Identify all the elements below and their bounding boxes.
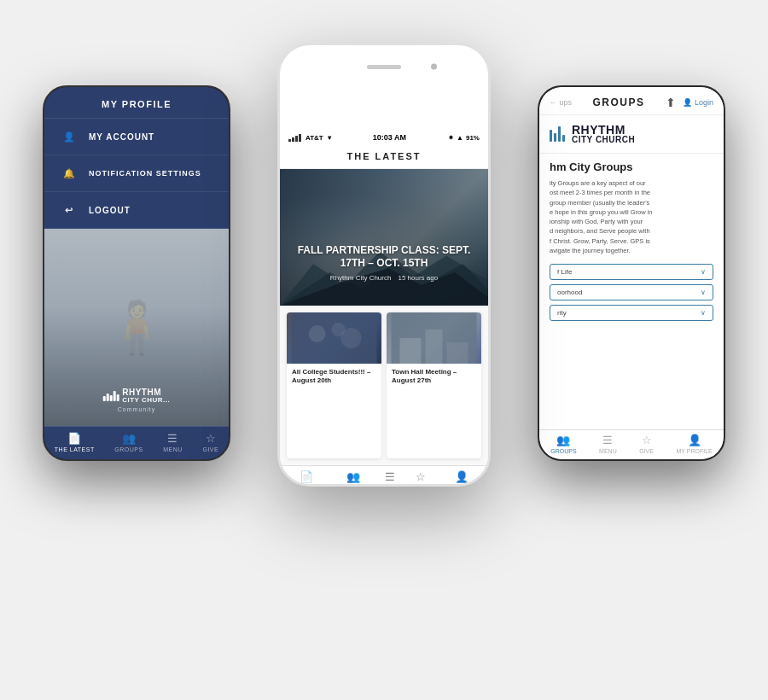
card-img-town <box>387 312 481 364</box>
chevron-down-icon: ∨ <box>701 268 706 276</box>
profile-background: 🧍 RHYTHM CITY CHUR... <box>44 229 229 426</box>
scene: MY PROFILE 👤 MY ACCOUNT 🔔 NOTIFICATION S… <box>17 17 751 683</box>
svg-rect-10 <box>447 342 468 364</box>
card-img-college <box>287 312 381 364</box>
right-groups-icon: 👥 <box>556 434 570 446</box>
phone-right: ← ups GROUPS ⬆ 👤 Login <box>538 85 725 461</box>
card-townhall[interactable]: Town Hall Meeting – August 27th <box>387 312 481 458</box>
notification-icon: 🔔 <box>61 166 77 181</box>
iphone-top <box>280 45 488 88</box>
right-logo-mark <box>550 126 565 142</box>
nav-latest[interactable]: 📄 THE LATEST <box>55 432 95 452</box>
menu-icon: ☰ <box>167 432 178 445</box>
center-nav-latest[interactable]: 📄 THE LATEST <box>287 470 327 487</box>
center-bottom-nav: 📄 THE LATEST 👥 GROUPS ☰ MENU ☆ GIVE 👤 <box>280 465 488 487</box>
menu-item-account[interactable]: 👤 MY ACCOUNT <box>44 119 229 155</box>
login-button[interactable]: 👤 Login <box>683 98 713 107</box>
center-profile-icon: 👤 <box>455 470 469 483</box>
right-bottom-nav: 👥 GROUPS ☰ MENU ☆ GIVE 👤 MY PROFILE <box>539 429 724 459</box>
right-header-title: GROUPS <box>592 96 644 108</box>
center-nav-groups[interactable]: 👥 GROUPS <box>339 470 367 487</box>
center-latest-icon: 📄 <box>300 470 314 483</box>
status-right: ⁕ ▲ 91% <box>448 134 480 142</box>
svg-point-4 <box>309 325 326 342</box>
right-header: ← ups GROUPS ⬆ 👤 Login <box>539 87 724 115</box>
svg-rect-9 <box>426 330 443 364</box>
svg-rect-3 <box>292 312 377 364</box>
hero-title: FALL PARTNERSHIP CLASS: SEPT. 17TH – OCT… <box>290 244 478 269</box>
left-header: MY PROFILE <box>44 87 229 119</box>
right-header-back: ← ups <box>550 98 572 107</box>
left-bottom-nav: 📄 THE LATEST 👥 GROUPS ☰ MENU ☆ GIVE <box>44 426 229 459</box>
speaker <box>367 65 401 69</box>
status-bar: AT&T ▾ 10:03 AM ⁕ ▲ 91% <box>280 131 488 144</box>
status-carrier: AT&T ▾ <box>288 134 331 142</box>
share-icon[interactable]: ⬆ <box>666 96 676 109</box>
groups-icon: 👥 <box>122 432 137 445</box>
right-section-text: ity Groups are a key aspect of our ost m… <box>550 178 713 255</box>
camera-icon <box>431 64 437 70</box>
card-townhall-title: Town Hall Meeting – August 27th <box>387 364 481 390</box>
battery-level: 91% <box>466 134 480 142</box>
status-time: 10:03 AM <box>373 133 406 142</box>
center-nav-give[interactable]: ☆ GIVE <box>412 470 428 487</box>
right-nav-menu[interactable]: ☰ MENU <box>599 434 617 454</box>
account-icon: 👤 <box>61 129 77 144</box>
nav-groups[interactable]: 👥 GROUPS <box>114 432 143 452</box>
svg-rect-8 <box>400 338 422 364</box>
logo-bars-icon <box>103 391 119 401</box>
center-cards: All College Students!!! – August 20th To… <box>280 306 488 465</box>
chevron-down-icon-3: ∨ <box>701 309 706 317</box>
hero-time: 15 hours ago <box>398 274 438 282</box>
center-groups-icon: 👥 <box>346 470 361 483</box>
phone-left: MY PROFILE 👤 MY ACCOUNT 🔔 NOTIFICATION S… <box>43 85 230 461</box>
right-give-icon: ☆ <box>642 434 652 446</box>
center-header: THE LATEST <box>280 144 488 169</box>
hero-image: FALL PARTNERSHIP CLASS: SEPT. 17TH – OCT… <box>280 169 488 306</box>
right-nav-groups[interactable]: 👥 GROUPS <box>550 434 576 454</box>
center-menu-icon: ☰ <box>385 470 396 483</box>
svg-point-6 <box>341 328 362 348</box>
center-nav-menu[interactable]: ☰ MENU <box>381 470 400 487</box>
svg-point-5 <box>332 323 346 336</box>
latest-icon: 📄 <box>67 432 82 445</box>
center-nav-profile[interactable]: 👤 MY PROFILE <box>441 470 481 487</box>
card-college-title: All College Students!!! – August 20th <box>287 364 381 390</box>
right-content: hm City Groups ity Groups are a key aspe… <box>539 154 724 429</box>
logo-overlay: RHYTHM CITY CHUR... Community <box>103 388 171 412</box>
nav-give[interactable]: ☆ GIVE <box>202 432 218 452</box>
bluetooth-icon: ⁕ <box>448 134 454 142</box>
nav-menu[interactable]: ☰ MENU <box>163 432 183 452</box>
logout-icon: ↩ <box>61 202 77 218</box>
signal-icon <box>288 134 301 142</box>
hero-meta: Rhythm City Church 15 hours ago <box>290 274 478 282</box>
wifi-icon: ▲ <box>457 134 463 142</box>
dropdown-life[interactable]: f Life ∨ <box>550 264 713 280</box>
menu-item-logout[interactable]: ↩ LOGOUT <box>44 192 229 229</box>
dropdown-neighborhood[interactable]: oorhood ∨ <box>550 284 713 300</box>
svg-rect-7 <box>392 312 477 364</box>
center-give-icon: ☆ <box>416 470 427 483</box>
right-logo-section: RHYTHM CITY CHURCH <box>539 115 724 154</box>
hero-text: FALL PARTNERSHIP CLASS: SEPT. 17TH – OCT… <box>290 244 478 282</box>
login-user-icon: 👤 <box>683 98 692 107</box>
phone-center: AT&T ▾ 10:03 AM ⁕ ▲ 91% THE LATEST <box>277 43 491 487</box>
right-header-actions: ⬆ 👤 Login <box>666 96 713 109</box>
card-college[interactable]: All College Students!!! – August 20th <box>287 312 381 458</box>
chevron-down-icon-2: ∨ <box>701 289 706 296</box>
right-logo-text: RHYTHM CITY CHURCH <box>572 124 635 144</box>
give-icon: ☆ <box>206 432 217 445</box>
right-section-title: hm City Groups <box>550 160 713 173</box>
menu-item-notifications[interactable]: 🔔 NOTIFICATION SETTINGS <box>44 155 229 192</box>
hero-church: Rhythm City Church <box>330 274 392 282</box>
right-nav-give[interactable]: ☆ GIVE <box>639 434 654 454</box>
dropdown-rity[interactable]: rity ∨ <box>550 305 713 321</box>
right-nav-profile[interactable]: 👤 MY PROFILE <box>676 434 712 454</box>
right-profile-icon: 👤 <box>688 434 701 446</box>
right-menu-icon: ☰ <box>602 434 613 446</box>
